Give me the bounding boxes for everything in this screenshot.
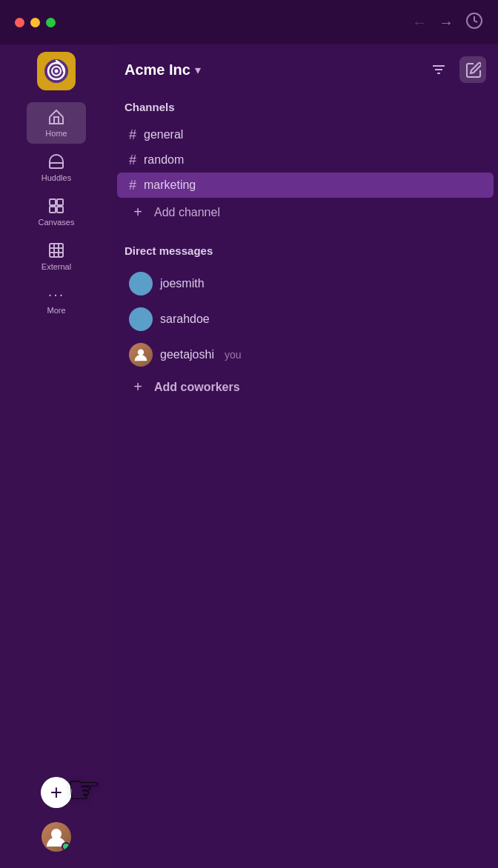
sidebar-item-external[interactable]: External: [27, 236, 86, 277]
dm-you-badge: you: [225, 349, 242, 361]
svg-rect-5: [50, 199, 56, 205]
sidebar-item-canvases[interactable]: Canvases: [27, 191, 86, 233]
add-coworkers-icon: +: [129, 378, 147, 395]
sidebar-item-huddles-label: Huddles: [42, 173, 71, 182]
traffic-lights: [15, 18, 56, 27]
workspace-actions: [425, 56, 486, 83]
add-coworkers-label: Add coworkers: [154, 381, 240, 394]
dm-item-joesmith[interactable]: joesmith: [117, 266, 494, 301]
add-workspace-button[interactable]: +: [41, 777, 72, 808]
channel-item-general[interactable]: # general: [117, 122, 494, 147]
channel-hash-icon: #: [129, 153, 136, 167]
channel-hash-icon: #: [129, 178, 136, 192]
channel-item-random[interactable]: # random: [117, 147, 494, 173]
history-button[interactable]: [465, 12, 483, 33]
workspace-name: Acme Inc: [124, 61, 190, 79]
back-button[interactable]: ←: [412, 14, 427, 31]
svg-rect-8: [57, 207, 63, 213]
svg-rect-7: [50, 207, 56, 213]
add-channel-button[interactable]: + Add channel: [117, 198, 494, 227]
dm-name-sarahdoe: sarahdoe: [160, 313, 210, 326]
dm-section-label: Direct messages: [113, 238, 498, 263]
channel-hash-icon: #: [129, 128, 136, 141]
title-bar: ← →: [0, 0, 498, 44]
channel-name: random: [144, 153, 184, 167]
user-avatar-container[interactable]: [40, 821, 73, 853]
dm-name-geetajoshi: geetajoshi: [160, 348, 214, 361]
svg-rect-6: [57, 199, 63, 205]
add-channel-label: Add channel: [154, 206, 220, 219]
app-logo[interactable]: [37, 52, 76, 90]
maximize-button[interactable]: [46, 18, 56, 27]
workspace-chevron-icon: ▾: [195, 63, 201, 77]
dm-avatar-sarahdoe: [129, 307, 153, 331]
sidebar-item-canvases-label: Canvases: [39, 218, 75, 227]
minimize-button[interactable]: [30, 18, 40, 27]
sidebar-item-huddles[interactable]: Huddles: [27, 147, 86, 188]
dm-name-joesmith: joesmith: [160, 277, 205, 290]
sidebar-item-home-label: Home: [45, 129, 67, 138]
channel-name: marketing: [144, 178, 196, 192]
svg-point-15: [138, 314, 144, 320]
forward-button[interactable]: →: [439, 14, 454, 31]
workspace-header: Acme Inc ▾: [113, 56, 498, 95]
close-button[interactable]: [15, 18, 24, 27]
main-layout: Home Huddles Canvases: [0, 44, 498, 868]
workspace-title[interactable]: Acme Inc ▾: [124, 61, 201, 79]
channel-name: general: [144, 128, 183, 141]
compose-button[interactable]: [459, 56, 486, 83]
sidebar-item-home[interactable]: Home: [27, 102, 86, 144]
add-workspace-container: +: [37, 773, 76, 812]
more-dots-icon: ···: [48, 286, 65, 303]
channel-item-marketing[interactable]: # marketing: [117, 173, 494, 198]
add-coworkers-button[interactable]: + Add coworkers: [117, 373, 494, 401]
sidebar-item-more[interactable]: ··· More: [27, 280, 86, 321]
filter-button[interactable]: [425, 56, 452, 83]
dm-item-geetajoshi[interactable]: geetajoshi you: [117, 337, 494, 373]
svg-point-14: [138, 278, 144, 284]
svg-point-4: [55, 70, 59, 73]
channels-section-label: Channels: [113, 95, 498, 119]
svg-rect-9: [50, 244, 63, 257]
sidebar-item-more-label: More: [47, 306, 65, 315]
sidebar-narrow: Home Huddles Canvases: [0, 44, 113, 868]
nav-controls: ← →: [412, 12, 483, 33]
sidebar-item-external-label: External: [42, 262, 71, 271]
dm-item-sarahdoe[interactable]: sarahdoe: [117, 301, 494, 337]
dm-avatar-geetajoshi: [129, 343, 153, 367]
sidebar-channels: Acme Inc ▾: [113, 44, 498, 868]
user-status-online: [62, 842, 70, 851]
add-channel-icon: +: [129, 204, 147, 221]
svg-point-16: [138, 350, 144, 355]
dm-avatar-joesmith: [129, 272, 153, 296]
